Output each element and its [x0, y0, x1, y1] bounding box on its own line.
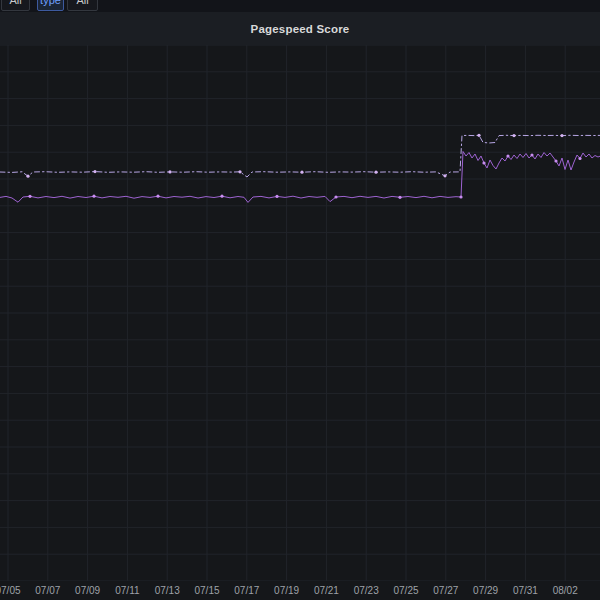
upper-dashed-series-point: [300, 171, 303, 174]
upper-dashed-series-point: [512, 134, 515, 137]
lower-solid-series-point: [506, 154, 509, 157]
upper-dashed-series-point: [26, 175, 29, 178]
lower-solid-series-point: [530, 153, 533, 156]
lower-solid-series-point: [220, 195, 223, 198]
lower-solid-series-point: [92, 195, 95, 198]
lower-solid-series-point: [398, 196, 401, 199]
x-tick-label: 07/25: [386, 585, 426, 596]
upper-dashed-series: [0, 135, 600, 177]
variable-filter-button-1[interactable]: All: [1, 0, 30, 11]
lower-solid-series-point: [334, 195, 337, 198]
x-tick-label: 07/05: [0, 585, 28, 596]
timeseries-chart[interactable]: [0, 45, 600, 581]
variable-filter-button-2[interactable]: All: [67, 0, 98, 11]
upper-dashed-series-point: [168, 170, 171, 173]
variable-filter-button-type[interactable]: type: [37, 0, 64, 11]
grafana-dashboard-crop: All type All Pagespeed Score 07/0507/070…: [0, 0, 600, 600]
upper-dashed-series-point: [477, 134, 480, 137]
upper-dashed-series-point: [238, 170, 241, 173]
x-tick-label: 07/19: [267, 585, 307, 596]
x-tick-label: 07/27: [426, 585, 466, 596]
upper-dashed-series-point: [443, 174, 446, 177]
x-tick-label: 07/11: [107, 585, 147, 596]
x-tick-label: 07/13: [147, 585, 187, 596]
lower-solid-series-point: [482, 161, 485, 164]
upper-dashed-series-point: [93, 170, 96, 173]
lower-solid-series: [0, 152, 600, 203]
lower-solid-series-point: [28, 195, 31, 198]
panel-title: Pagespeed Score: [251, 23, 350, 35]
upper-dashed-series-point: [560, 134, 563, 137]
x-tick-label: 07/23: [346, 585, 386, 596]
dashboard-variables-bar: All type All: [0, 0, 600, 12]
panel-header[interactable]: Pagespeed Score: [0, 12, 600, 45]
lower-solid-series-point: [156, 195, 159, 198]
x-tick-label: 07/17: [227, 585, 267, 596]
x-tick-label: 07/31: [505, 585, 545, 596]
timeseries-plot-area[interactable]: [0, 45, 600, 581]
x-tick-label: 07/29: [466, 585, 506, 596]
x-tick-label: 07/21: [306, 585, 346, 596]
lower-solid-series-point: [554, 159, 557, 162]
x-tick-label: 08/02: [545, 585, 585, 596]
lower-solid-series-point: [578, 157, 581, 160]
x-tick-label: 07/09: [68, 585, 108, 596]
upper-dashed-series-point: [374, 171, 377, 174]
lower-solid-series-point: [459, 195, 462, 198]
x-tick-label: 07/07: [28, 585, 68, 596]
x-tick-label: 07/15: [187, 585, 227, 596]
x-axis: 07/0507/0707/0907/1107/1307/1507/1707/19…: [0, 581, 600, 600]
lower-solid-series-point: [275, 195, 278, 198]
